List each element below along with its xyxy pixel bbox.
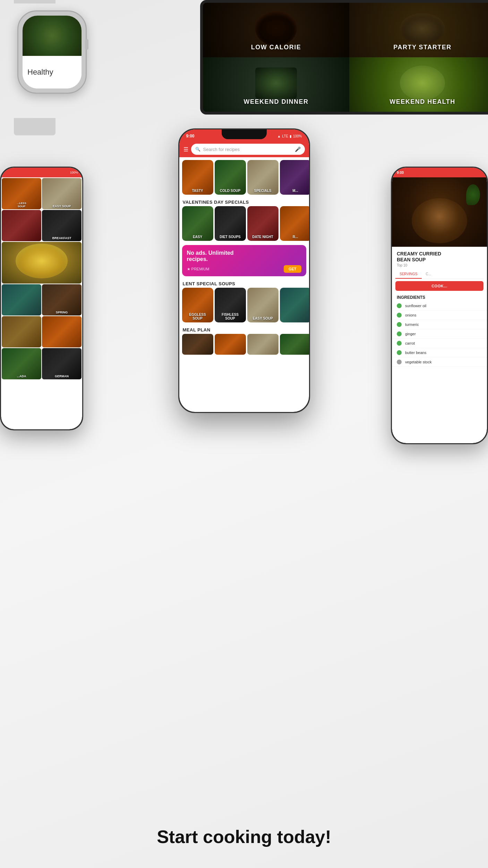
- right-status-bar: 9:00: [392, 168, 487, 177]
- tablet-label-weekend-health: WEEKEND HEALTH: [349, 98, 488, 106]
- search-input-area[interactable]: 🔍 Search for recipes 🎤: [191, 144, 305, 155]
- lent-card-easy[interactable]: EASY SOUP: [247, 288, 279, 322]
- ingredient-name-sunflower: sunflower oil: [405, 304, 426, 308]
- ingredient-name-ginger: ginger: [405, 332, 416, 336]
- ingredient-dot-5: [397, 341, 402, 346]
- status-icons: ▲ LTE ▮ 100%: [277, 134, 302, 138]
- val-card-r[interactable]: R...: [280, 206, 309, 241]
- tab-cook[interactable]: C...: [422, 270, 436, 279]
- mic-icon[interactable]: 🎤: [295, 146, 301, 152]
- left-cell-6[interactable]: SPRING: [42, 284, 82, 315]
- left-cell-9[interactable]: ...ADA: [2, 348, 41, 379]
- phone-content: TASTY COLD SOUP SPECIALS M... VALENTINES…: [179, 157, 309, 412]
- left-cell-label-2: EASY SOUP: [42, 204, 82, 208]
- left-cell-5[interactable]: [2, 284, 41, 315]
- meal-card-2[interactable]: [215, 334, 246, 355]
- watch-screen-bottom: Healthy: [23, 56, 82, 89]
- tablet-cell-weekend-health[interactable]: WEEKEND HEALTH: [349, 57, 488, 112]
- ingredient-dot-2: [397, 313, 402, 318]
- left-cell-10[interactable]: GERMAN: [42, 348, 82, 379]
- lent-card-fishless[interactable]: FISHLESSSOUP: [215, 288, 246, 322]
- val-label-r: R...: [280, 235, 309, 239]
- right-hero-bowl: [412, 198, 467, 243]
- search-bar: ☰ 🔍 Search for recipes 🎤: [179, 141, 309, 157]
- left-status-bar: 100%: [1, 168, 82, 177]
- lent-card-eggless[interactable]: EGGLESSSOUP: [182, 288, 213, 322]
- category-card-tasty[interactable]: TASTY: [182, 160, 213, 195]
- search-icon: 🔍: [195, 147, 200, 152]
- tablet-label-party-starter: PARTY STARTER: [349, 44, 488, 51]
- meal-card-3[interactable]: [247, 334, 279, 355]
- left-cell-label-10: GERMAN: [42, 374, 82, 378]
- search-placeholder: Search for recipes: [203, 147, 292, 152]
- tablet-cell-weekend-dinner[interactable]: WEEKEND DINNER: [203, 57, 349, 112]
- watch-crown: [85, 39, 88, 50]
- left-cell-1[interactable]: ...LESSSOUP: [2, 178, 41, 209]
- left-cell-yellow-soup[interactable]: [2, 242, 82, 284]
- phone-left: 100% ...LESSSOUP EASY SOUP BREAKFAST: [0, 167, 83, 430]
- tab-servings[interactable]: SERVINGS: [395, 270, 422, 279]
- watch-band-bottom: [14, 118, 55, 135]
- battery-icon: ▮: [290, 134, 292, 138]
- category-label-cold-soup: COLD SOUP: [215, 189, 246, 193]
- ingredient-row-7: vegetable stock: [392, 357, 487, 367]
- left-cell-3[interactable]: [2, 210, 41, 241]
- premium-get-button[interactable]: GET: [284, 265, 301, 273]
- right-hero-image: [392, 177, 487, 247]
- category-label-specials: SPECIALS: [247, 189, 279, 193]
- left-cell-2[interactable]: EASY SOUP: [42, 178, 82, 209]
- left-cell-8[interactable]: [42, 316, 82, 347]
- ingredient-dot-6: [397, 350, 402, 355]
- category-card-cold-soup[interactable]: COLD SOUP: [215, 160, 246, 195]
- meal-card-4[interactable]: [280, 334, 309, 355]
- val-card-date[interactable]: DATE NIGHT: [247, 206, 279, 241]
- category-label-m: M...: [280, 189, 309, 193]
- tablet-label-weekend-dinner: WEEKEND DINNER: [203, 98, 349, 106]
- valentines-section-title: VALENTINES DAY SPECIALS: [179, 197, 309, 206]
- left-cell-label-1: ...LESSSOUP: [2, 202, 41, 208]
- watch-body: Healthy: [17, 10, 87, 94]
- ingredient-dot-7: [397, 360, 402, 364]
- val-card-easy[interactable]: EASY: [182, 206, 213, 241]
- ingredient-name-onions: onions: [405, 313, 416, 317]
- category-card-specials[interactable]: SPECIALS: [247, 160, 279, 195]
- val-card-diet[interactable]: DIET SOUPS: [215, 206, 246, 241]
- ingredient-row-2: onions: [392, 311, 487, 320]
- premium-banner: No ads. Unlimitedrecipes. ★ PREMIUM GET: [182, 245, 306, 276]
- right-tabs: SERVINGS C...: [395, 270, 483, 279]
- watch-screen: Healthy: [23, 16, 82, 89]
- tablet-cell-party-starter[interactable]: PARTY STARTER: [349, 3, 488, 57]
- phone-right: 9:00 CREAMY CURRIEDBEAN SOUP Top 10 SERV…: [391, 167, 488, 444]
- premium-text: No ads. Unlimitedrecipes.: [187, 250, 301, 262]
- lent-label-easy: EASY SOUP: [247, 317, 279, 320]
- category-card-m[interactable]: M...: [280, 160, 309, 195]
- lte-text: LTE: [282, 134, 288, 138]
- category-scroll: TASTY COLD SOUP SPECIALS M...: [179, 157, 309, 197]
- ingredient-row-3: turmeric: [392, 320, 487, 329]
- watch-band-top: [14, 0, 55, 3]
- right-recipe-title: CREAMY CURRIEDBEAN SOUP: [392, 247, 487, 263]
- lent-card-extra[interactable]: [280, 288, 309, 322]
- phone-main-inner: 9:00 ▲ LTE ▮ 100% ☰ 🔍 Search for recipes…: [179, 129, 309, 412]
- meal-plan-row: [179, 334, 309, 355]
- menu-icon[interactable]: ☰: [183, 146, 188, 153]
- tablet: LOW CALORIE PARTY STARTER WEEKEND DINNER…: [200, 0, 488, 115]
- ingredient-name-carrot: carrot: [405, 341, 415, 345]
- meal-card-1[interactable]: [182, 334, 213, 355]
- left-cell-7[interactable]: [2, 316, 41, 347]
- bottom-cta: Start cooking today!: [0, 826, 488, 847]
- phone-notch: [222, 129, 267, 139]
- phone-left-inner: 100% ...LESSSOUP EASY SOUP BREAKFAST: [1, 168, 82, 429]
- premium-bottom: ★ PREMIUM GET: [187, 265, 301, 273]
- left-cell-label-6: SPRING: [42, 311, 82, 314]
- cook-button[interactable]: COOK...: [395, 281, 483, 291]
- ingredient-row-5: carrot: [392, 339, 487, 348]
- val-label-date: DATE NIGHT: [247, 235, 279, 239]
- ingredient-row-6: butter beans: [392, 348, 487, 357]
- right-time: 9:00: [397, 171, 404, 175]
- herb-garnish: [466, 184, 480, 205]
- tablet-cell-low-calorie[interactable]: LOW CALORIE: [203, 3, 349, 57]
- ingredient-dot-3: [397, 322, 402, 327]
- left-cell-4[interactable]: BREAKFAST: [42, 210, 82, 241]
- lent-label-eggless: EGGLESSSOUP: [182, 313, 213, 320]
